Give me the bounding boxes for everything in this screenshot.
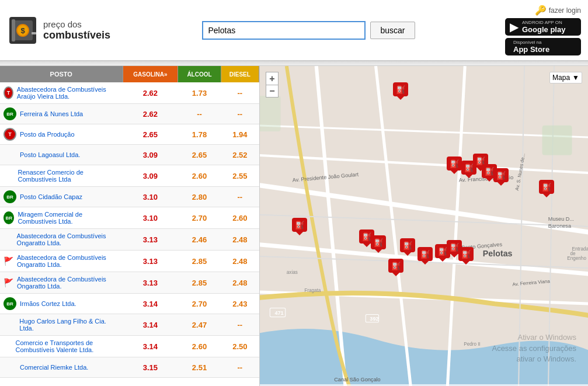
table-row[interactable]: BR Irmãos Cortez Ltda. 3.14 2.70 2.43 <box>0 294 259 314</box>
posto-name-link[interactable]: Hugo Carlos Lang Filho & Cia. Ltda. <box>19 318 119 332</box>
search-button[interactable]: buscar <box>370 22 415 39</box>
diesel-price: 2.48 <box>221 251 259 272</box>
table-row[interactable]: 🚩 Abastecedora de Combustíveis Ongaratto… <box>0 272 259 294</box>
posto-name-link[interactable]: Ferreira & Nunes Ltda <box>20 110 83 117</box>
map-marker[interactable]: ⛽ <box>458 247 474 265</box>
map-marker[interactable]: ⛽ <box>400 238 415 256</box>
col-header-gasolina[interactable]: GASOLINA» <box>123 66 178 82</box>
diesel-price: 2.48 <box>221 229 259 251</box>
table-row[interactable]: Abastecedora de Combustíveis Ongaratto L… <box>0 229 259 251</box>
map-marker[interactable]: ⛽ <box>292 218 307 235</box>
windows-watermark: Ativar o Windows Acesse as configurações… <box>492 332 576 364</box>
posto-name-link[interactable]: Miragem Comercial de Combustíveis Ltda. <box>18 211 119 225</box>
map-marker[interactable]: ⛽ <box>388 259 403 276</box>
alcool-price: 2.60 <box>178 336 221 357</box>
zoom-out-button[interactable]: − <box>266 85 279 98</box>
map-marker[interactable]: ⛽ <box>539 180 554 197</box>
table-row[interactable]: BR Miragem Comercial de Combustíveis Ltd… <box>0 207 259 229</box>
alcool-price: 1.73 <box>178 82 221 104</box>
table-row[interactable]: BR Posto Cidadão Capaz 3.10 2.80 -- <box>0 187 259 207</box>
table-row[interactable]: Comercial Riemke Ltda. 3.15 2.51 -- <box>0 357 259 378</box>
posto-name-link[interactable]: Posto Cidadão Capaz <box>20 193 82 200</box>
search-input[interactable] <box>202 21 366 40</box>
posto-name-cell: Renascer Comercio de Combustíveis Ltda <box>0 165 123 187</box>
diesel-price: 2.60 <box>221 207 259 229</box>
no-logo <box>4 169 14 182</box>
table-row[interactable]: Comercio e Transportes de Combustíveis V… <box>0 336 259 357</box>
posto-name-cell: Abastecedora de Combustíveis Ongaratto L… <box>0 229 123 251</box>
br-logo: BR <box>4 190 16 203</box>
google-icon: 🔑 <box>535 5 547 16</box>
alcool-price: 2.47 <box>178 314 221 336</box>
posto-name-link[interactable]: Abastecedora de Combustíveis Ongaratto L… <box>17 276 119 290</box>
diesel-price: 2.48 <box>221 272 259 294</box>
logo-text: preço dos combustíveis <box>43 19 110 41</box>
posto-name-cell: Comercio e Transportes de Combustíveis V… <box>0 336 123 357</box>
app-store-button[interactable]: Disponível na App Store <box>505 38 581 55</box>
alcool-price: 2.80 <box>178 187 221 207</box>
logo-area: $ preço dos combustíveis <box>7 15 124 46</box>
svg-rect-4 <box>12 19 15 41</box>
table-row[interactable]: T Posto da Produção 2.65 1.78 1.94 <box>0 124 259 145</box>
fazer-login-link[interactable]: 🔑 fazer login <box>535 5 581 16</box>
posto-name-link[interactable]: Abastecedora de Combustíveis Ongaratto L… <box>17 254 119 268</box>
table-row[interactable]: Renascer Comercio de Combustíveis Ltda 3… <box>0 165 259 187</box>
gasolina-price: 3.10 <box>123 207 178 229</box>
map-marker[interactable]: ⛽ <box>371 235 386 253</box>
br-logo: BR <box>4 107 16 120</box>
table-row[interactable]: Posto Lagoasul Ltda. 3.09 2.65 2.52 <box>0 145 259 165</box>
subheader-divider <box>0 61 588 66</box>
gasolina-price: 3.14 <box>123 314 178 336</box>
stations-table-panel[interactable]: POSTO GASOLINA» ÁLCOOL DIESEL T Abastece… <box>0 66 260 386</box>
zoom-controls: + − <box>266 72 279 98</box>
table-row[interactable]: BR Ferreira & Nunes Ltda 2.62 -- -- <box>0 104 259 124</box>
diesel-price: 2.55 <box>221 165 259 187</box>
gasolina-price: 3.10 <box>123 187 178 207</box>
alcool-price: -- <box>178 104 221 124</box>
posto-name-link[interactable]: Abastecedora de Combustíveis Ongaratto L… <box>17 232 119 246</box>
br-logo: BR <box>4 297 16 310</box>
posto-name-cell: T Abastecedora de Combustíveis Araújo Vi… <box>0 82 123 104</box>
alcool-price: 2.51 <box>178 357 221 378</box>
gasolina-price: 3.13 <box>123 251 178 272</box>
gasolina-price: 3.14 <box>123 294 178 314</box>
table-row[interactable]: T Abastecedora de Combustíveis Araújo Vi… <box>0 82 259 104</box>
posto-name-link[interactable]: Posto Lagoasul Ltda. <box>20 151 80 158</box>
map-marker[interactable]: ⛽ <box>417 247 433 265</box>
posto-name-link[interactable]: Comercial Riemke Ltda. <box>20 364 88 371</box>
alcool-price: 2.70 <box>178 294 221 314</box>
posto-name-link[interactable]: Posto da Produção <box>20 131 75 138</box>
diesel-price: 2.50 <box>221 336 259 357</box>
search-area: buscar <box>124 21 493 40</box>
table-row[interactable]: 🚩 Abastecedora de Combustíveis Ongaratto… <box>0 251 259 272</box>
posto-name-link[interactable]: Abastecedora de Combustíveis Araújo Viei… <box>17 86 119 100</box>
posto-name-link[interactable]: Renascer Comercio de Combustíveis Ltda <box>18 169 119 183</box>
col-header-posto: POSTO <box>0 66 123 82</box>
map-marker[interactable]: ⛽ <box>393 82 408 100</box>
map-type-selector[interactable]: Mapa ▼ <box>549 72 582 84</box>
posto-name-link[interactable]: Irmãos Cortez Ltda. <box>20 300 76 307</box>
br-logo: BR <box>4 211 14 224</box>
posto-name-cell: Posto Lagoasul Ltda. <box>0 145 123 165</box>
gasolina-price: 3.09 <box>123 145 178 165</box>
posto-name-link[interactable]: Comercio e Transportes de Combustíveis V… <box>16 339 120 353</box>
diesel-price: -- <box>221 357 259 378</box>
main-content: POSTO GASOLINA» ÁLCOOL DIESEL T Abastece… <box>0 66 588 386</box>
col-header-diesel: DIESEL <box>221 66 259 82</box>
texaco-logo: T <box>4 128 16 141</box>
gasolina-price: 3.13 <box>123 229 178 251</box>
map-marker[interactable]: ⛽ <box>493 168 509 186</box>
map-marker[interactable]: ⛽ <box>447 157 462 174</box>
diesel-price: -- <box>221 82 259 104</box>
zoom-in-button[interactable]: + <box>266 72 279 85</box>
table-row[interactable]: Hugo Carlos Lang Filho & Cia. Ltda. 3.14… <box>0 314 259 336</box>
no-logo <box>4 361 16 374</box>
google-play-button[interactable]: ▶ ANDROID APP ON Google play <box>505 18 581 36</box>
no-logo <box>4 318 16 331</box>
posto-name-cell: 🚩 Abastecedora de Combustíveis Ongaratto… <box>0 272 123 294</box>
map-panel[interactable]: Av. Presidente João Goulart Av. Francisc… <box>260 66 588 386</box>
gasolina-price: 3.15 <box>123 357 178 378</box>
gasolina-price: 2.62 <box>123 82 178 104</box>
gasolina-price: 3.14 <box>123 336 178 357</box>
svg-rect-5 <box>32 32 36 34</box>
